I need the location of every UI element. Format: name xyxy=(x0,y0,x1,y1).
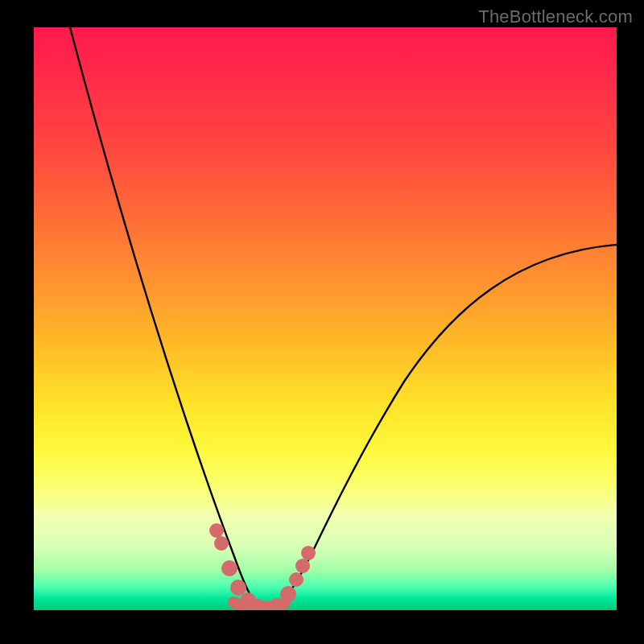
svg-point-2 xyxy=(221,560,237,576)
left-curve xyxy=(70,27,261,609)
svg-point-1 xyxy=(214,536,229,551)
svg-point-3 xyxy=(230,580,246,596)
plot-area xyxy=(34,27,617,610)
watermark-text: TheBottleneck.com xyxy=(478,6,633,27)
chart-frame: TheBottleneck.com xyxy=(0,0,644,644)
marker-dots xyxy=(209,523,316,610)
right-curve xyxy=(275,245,617,609)
svg-point-8 xyxy=(280,586,296,602)
svg-point-0 xyxy=(209,523,224,538)
svg-point-10 xyxy=(295,559,310,573)
svg-point-11 xyxy=(301,546,316,560)
curve-layer xyxy=(34,27,617,610)
svg-point-9 xyxy=(289,572,303,587)
